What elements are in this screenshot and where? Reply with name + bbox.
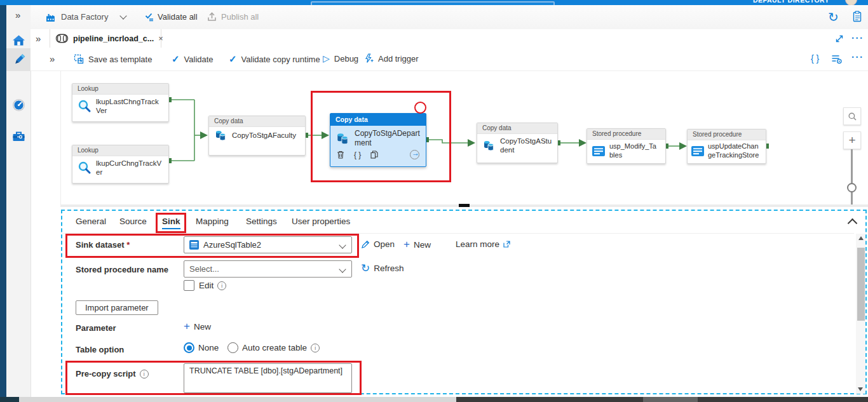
app-title: Data Factory [61, 12, 108, 22]
option-auto-label: Auto create table [242, 343, 307, 352]
home-icon[interactable] [12, 34, 25, 46]
refresh-label: Refresh [374, 264, 403, 273]
stored-procedure-icon [592, 146, 605, 156]
tab-general[interactable]: General [76, 217, 106, 226]
activity-type-badge: Copy data [209, 116, 305, 127]
validate-button[interactable]: Validate [172, 53, 214, 65]
activity-type-badge: Stored procedure [688, 130, 766, 140]
new-dataset-button[interactable]: New [403, 238, 431, 251]
save-as-template-button[interactable]: Save as template [74, 54, 152, 64]
activity-node-copy-student[interactable]: Copy data CopyToStgAStudent [477, 123, 558, 163]
activity-node-sp-modify-tables[interactable]: Stored procedure usp_Modify_Tables [587, 128, 666, 164]
publish-all-icon [207, 11, 217, 22]
chevron-down-icon[interactable] [119, 12, 126, 19]
validate-all-button[interactable]: Validate all [158, 12, 198, 22]
lookup-search-icon [78, 161, 92, 175]
close-icon[interactable] [158, 34, 163, 43]
tab-source[interactable]: Source [119, 217, 147, 226]
learn-more-link[interactable]: Learn more [456, 239, 510, 249]
manage-toolbox-icon[interactable] [12, 130, 25, 142]
validate-runtime-check-icon [229, 53, 237, 65]
debug-button[interactable]: Debug [323, 53, 358, 64]
monitor-gauge-icon[interactable] [12, 98, 25, 112]
expand-rail-icon[interactable] [15, 10, 20, 20]
activity-name: CopyToStgADepartment [355, 129, 421, 148]
activity-output-icon[interactable] [410, 150, 419, 159]
play-icon [323, 53, 330, 64]
activity-node-sp-update-tracking[interactable]: Stored procedure uspUpdateChangeTracking… [687, 129, 766, 164]
activity-name: CopyToStgAFaculty [232, 131, 296, 140]
panel-scrollbar-thumb[interactable] [857, 248, 865, 321]
save-as-template-label: Save as template [88, 55, 152, 64]
edit-checkbox[interactable] [184, 280, 194, 291]
global-search-input[interactable] [311, 1, 555, 5]
azure-top-bar: DEFAULT DIRECTORY [0, 0, 868, 5]
pipeline-toolbar: Save as template Validate Validate copy … [31, 48, 868, 71]
pipeline-canvas[interactable]: Lookup lkupLastChngTrackVer Lookup lkupC… [60, 71, 868, 204]
activity-node-lookup-last[interactable]: Lookup lkupLastChngTrackVer [72, 83, 169, 122]
chevron-down-icon [339, 265, 346, 272]
bottom-left-corner [0, 397, 19, 402]
sql-table-icon [189, 240, 199, 250]
avatar[interactable] [845, 0, 857, 5]
validate-copy-runtime-label: Validate copy runtime [241, 55, 320, 64]
canvas-search-button[interactable] [843, 107, 861, 125]
pencil-icon [361, 240, 370, 249]
zoom-in-button[interactable] [843, 131, 861, 149]
delete-activity-icon[interactable] [337, 151, 344, 159]
tab-more-icon[interactable] [851, 32, 864, 43]
refresh-procedures-button[interactable]: Refresh [361, 263, 404, 274]
stored-procedure-dropdown[interactable]: Select... [184, 260, 352, 278]
refresh-icon [361, 263, 370, 274]
add-trigger-button[interactable]: Add trigger [364, 53, 419, 64]
tab-settings[interactable]: Settings [246, 217, 277, 226]
pre-copy-script-input[interactable]: TRUNCATE TABLE [dbo].[stgADepartment] [184, 363, 352, 393]
sink-dataset-dropdown[interactable]: AzureSqlTable2 [184, 236, 352, 253]
scroll-down-icon[interactable] [858, 387, 863, 391]
zoom-slider-track[interactable] [851, 149, 853, 204]
collapse-panel-icon[interactable] [848, 218, 858, 229]
external-link-icon [503, 241, 510, 248]
expand-activities-icon[interactable] [50, 54, 55, 64]
code-view-icon[interactable] [811, 53, 819, 64]
parameter-label: Parameter [76, 323, 116, 333]
activity-type-badge: Stored procedure [587, 129, 665, 140]
validate-label: Validate [184, 55, 214, 64]
table-option-auto-radio[interactable]: Auto create table [227, 342, 320, 353]
stored-procedure-placeholder: Select... [189, 264, 219, 274]
new-parameter-button[interactable]: New [184, 320, 211, 333]
refresh-factory-icon[interactable] [828, 11, 839, 23]
directory-label: DEFAULT DIRECTORY [753, 0, 829, 4]
panel-splitter-handle[interactable] [459, 204, 470, 207]
validate-copy-runtime-button[interactable]: Validate copy runtime [229, 53, 320, 65]
activity-node-copy-department-selected[interactable]: Copy data CopyToStgADepartment [330, 113, 426, 167]
copy-data-icon [336, 132, 350, 145]
clipboard-icon[interactable] [853, 11, 862, 22]
table-option-none-radio[interactable]: None [184, 342, 219, 353]
toolbar-more-icon[interactable] [851, 51, 864, 62]
stored-procedure-label: Stored procedure name [76, 265, 168, 274]
tab-mapping[interactable]: Mapping [196, 217, 229, 226]
activity-node-lookup-cur[interactable]: Lookup lkupCurChngTrackVer [72, 145, 169, 184]
import-parameter-button[interactable]: Import parameter [76, 300, 158, 315]
activity-code-icon[interactable] [354, 151, 361, 159]
option-none-label: None [198, 343, 219, 352]
expand-canvas-icon[interactable] [835, 34, 844, 43]
pipeline-tab[interactable]: pipeline_incrload_c... [50, 29, 161, 48]
activity-node-copy-faculty[interactable]: Copy data CopyToStgAFaculty [208, 116, 306, 156]
pipeline-settings-icon[interactable] [831, 54, 842, 64]
panel-scrollbar[interactable] [856, 234, 865, 394]
publish-all-button[interactable]: Publish all [221, 12, 259, 22]
tab-sink[interactable]: Sink [162, 217, 180, 229]
open-dataset-button[interactable]: Open [361, 239, 395, 249]
expand-resource-explorer-icon[interactable] [36, 34, 41, 43]
chevron-down-icon [339, 241, 346, 248]
new-parameter-label: New [194, 322, 211, 332]
activity-name: uspUpdateChangeTrackingStore [708, 142, 762, 160]
author-pencil-icon[interactable] [13, 53, 25, 67]
scroll-up-icon[interactable] [858, 236, 864, 240]
save-template-icon [74, 54, 84, 64]
tab-user-properties[interactable]: User properties [292, 217, 350, 226]
clone-activity-icon[interactable] [370, 151, 378, 159]
zoom-slider-handle[interactable] [847, 183, 857, 192]
